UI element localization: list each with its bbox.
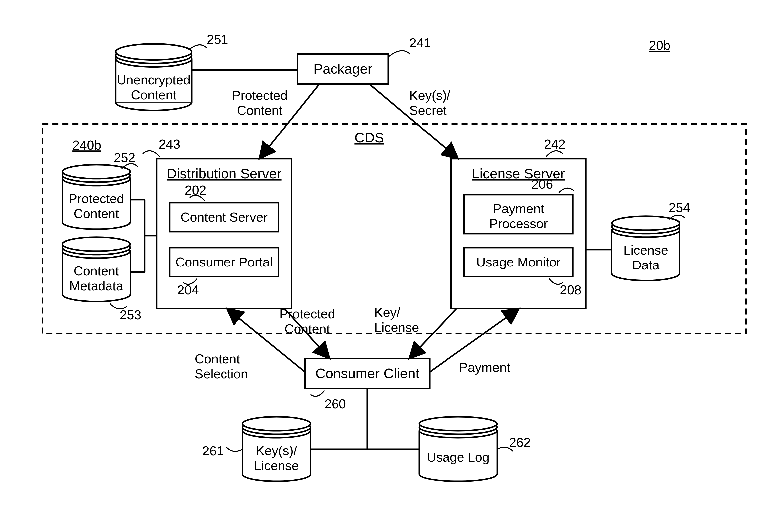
license-server: License Server Payment Processor 206 Usa… xyxy=(451,159,586,308)
edge-keylic-l1: Key/ xyxy=(374,305,400,320)
ref-242: 242 xyxy=(544,137,566,151)
edge-keys-l2: Secret xyxy=(409,103,447,117)
edge-protcont2-l2: Content xyxy=(284,322,330,336)
metadata-db: Content Metadata xyxy=(62,237,130,301)
protected-l2: Content xyxy=(74,206,119,221)
usage-log-db: Usage Log xyxy=(419,417,497,481)
ref-241: 241 xyxy=(409,36,431,50)
cds-title: CDS xyxy=(354,130,384,145)
svg-point-46 xyxy=(419,417,497,431)
metadata-l1: Content xyxy=(74,264,119,278)
edge-protcont-l2: Content xyxy=(237,103,283,117)
ref-260: 260 xyxy=(324,397,346,411)
license-data-db: License Data xyxy=(612,216,680,281)
edge-keys-l1: Key(s)/ xyxy=(409,88,450,103)
content-server-label: Content Server xyxy=(180,210,267,224)
ref-252: 252 xyxy=(114,150,136,165)
edge-protcont2-l1: Protected xyxy=(279,307,335,321)
leader-241 xyxy=(388,51,410,57)
protected-l1: Protected xyxy=(68,191,124,206)
ref-243: 243 xyxy=(159,137,180,151)
svg-point-31 xyxy=(612,216,680,230)
cds-ref: 240b xyxy=(72,138,101,152)
dist-server-title: Distribution Server xyxy=(166,166,282,181)
leader-261 xyxy=(227,447,242,451)
metadata-l2: Metadata xyxy=(69,279,124,293)
svg-point-15 xyxy=(62,165,130,179)
leader-243 xyxy=(143,151,160,157)
edge-contsel-l2: Selection xyxy=(195,367,248,381)
leader-260 xyxy=(310,390,324,396)
payment-l1: Payment xyxy=(493,201,544,216)
ref-262: 262 xyxy=(509,435,531,450)
payment-l2: Processor xyxy=(489,216,548,231)
leader-242 xyxy=(546,151,563,157)
leader-251 xyxy=(189,45,206,50)
consumer-client-label: Consumer Client xyxy=(315,365,419,381)
edge-payment: Payment xyxy=(459,360,510,375)
unencrypted-db: Unencrypted Content xyxy=(116,44,192,110)
usage-monitor-label: Usage Monitor xyxy=(477,255,561,269)
consumer-client: Consumer Client xyxy=(305,358,430,388)
keylic-l2: License xyxy=(254,458,299,473)
license-l2: Data xyxy=(632,258,660,272)
edge-keylic-l2: License xyxy=(374,320,419,335)
packager-label: Packager xyxy=(313,61,373,77)
distribution-server: Distribution Server Content Server 202 C… xyxy=(157,159,291,308)
edge-protcont-l1: Protected xyxy=(232,88,288,103)
ref-204: 204 xyxy=(177,283,199,297)
fig-ref: 20b xyxy=(649,38,671,53)
unencrypted-l1: Unencrypted xyxy=(117,72,191,87)
svg-point-8 xyxy=(116,44,192,60)
ref-251: 251 xyxy=(206,32,228,47)
consumer-portal-label: Consumer Portal xyxy=(175,255,273,269)
ref-202: 202 xyxy=(185,183,206,197)
packager-box: Packager xyxy=(297,54,388,84)
license-l1: License xyxy=(623,243,668,257)
ref-206: 206 xyxy=(531,177,553,191)
key-license-db: Key(s)/ License xyxy=(242,417,310,481)
ref-253: 253 xyxy=(120,308,141,322)
keylic-l1: Key(s)/ xyxy=(256,443,297,458)
diagram-canvas: 20b 240b CDS Packager 241 Unencrypted Co… xyxy=(0,0,780,532)
svg-point-22 xyxy=(62,237,130,251)
usage-log-label: Usage Log xyxy=(427,450,490,465)
ref-254: 254 xyxy=(669,200,690,215)
svg-point-39 xyxy=(242,417,310,431)
unencrypted-l2: Content xyxy=(131,88,177,102)
ref-208: 208 xyxy=(560,283,582,297)
edge-contsel-l1: Content xyxy=(195,351,240,366)
ref-261: 261 xyxy=(202,444,224,458)
protected-content-db: Protected Content xyxy=(62,165,130,229)
